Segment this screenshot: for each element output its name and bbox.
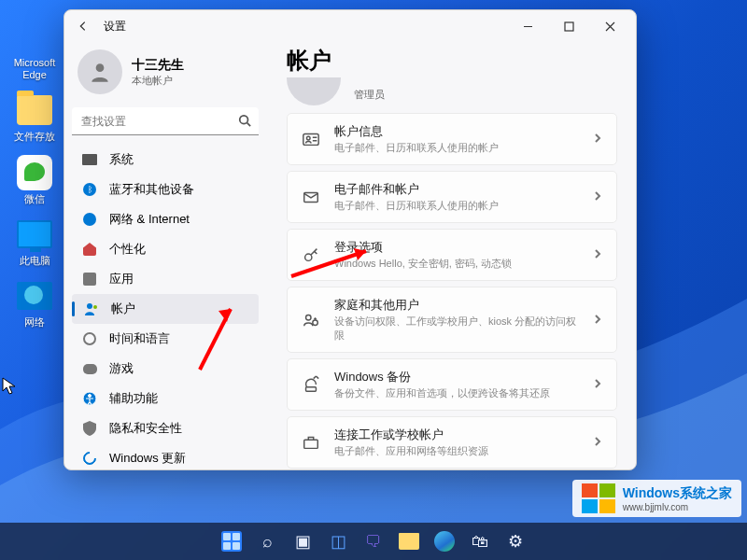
window-title: 设置 <box>104 19 126 35</box>
folder-icon <box>17 95 52 125</box>
svg-point-3 <box>87 303 92 309</box>
card-subtitle: 备份文件、应用和首选项，以便跨设备将其还原 <box>334 386 579 400</box>
content-pane: 帐户 管理员 帐户信息电子邮件、日历和联系人使用的帐户 电子邮件和帐户电子邮件、… <box>266 42 636 469</box>
mail-icon <box>301 187 321 207</box>
chevron-right-icon <box>592 189 603 205</box>
taskbar-store[interactable]: 🛍 <box>464 525 496 557</box>
card-title: 登录选项 <box>334 239 579 256</box>
monitor-icon <box>17 220 52 248</box>
desktop-icon-wechat[interactable]: 微信 <box>9 155 60 205</box>
taskbar-taskview[interactable]: ▣ <box>287 525 318 557</box>
store-icon: 🛍 <box>472 532 488 552</box>
apps-icon <box>83 273 96 286</box>
avatar-icon <box>78 49 122 94</box>
card-family-users[interactable]: 家庭和其他用户设备访问权限、工作或学校用户、kiosk 分配的访问权限 <box>287 287 617 353</box>
wifi-icon <box>83 213 96 226</box>
nav-list: 系统 ᛒ蓝牙和其他设备 网络 & Internet 个性化 应用 帐户 时间和语… <box>72 145 259 469</box>
desktop-icon-label: Microsoft Edge <box>9 57 60 81</box>
card-windows-backup[interactable]: Windows 备份备份文件、应用和首选项，以便跨设备将其还原 <box>287 358 617 411</box>
nav-apps[interactable]: 应用 <box>72 264 259 294</box>
desktop-icon-this-pc[interactable]: 此电脑 <box>9 217 60 267</box>
card-title: 连接工作或学校帐户 <box>334 427 579 443</box>
svg-point-1 <box>96 63 105 72</box>
nav-time-language[interactable]: 时间和语言 <box>72 324 259 354</box>
gear-icon: ⚙ <box>508 531 523 552</box>
shield-icon <box>81 420 98 437</box>
card-account-info[interactable]: 帐户信息电子邮件、日历和联系人使用的帐户 <box>287 113 617 165</box>
svg-point-6 <box>89 395 92 398</box>
accessibility-icon <box>81 390 98 407</box>
nav-label: 辅助功能 <box>109 390 158 407</box>
card-work-school[interactable]: 连接工作或学校帐户电子邮件、应用和网络等组织资源 <box>287 416 617 469</box>
desktop-icon-label: 文件存放 <box>9 131 60 143</box>
nav-label: 系统 <box>109 151 134 168</box>
maximize-button[interactable] <box>548 12 589 40</box>
nav-windows-update[interactable]: Windows 更新 <box>72 443 259 469</box>
search-icon <box>238 114 251 131</box>
key-icon <box>301 245 321 265</box>
nav-label: 应用 <box>109 271 134 287</box>
svg-point-10 <box>305 254 312 260</box>
svg-point-8 <box>306 136 310 140</box>
desktop-icons-column: Microsoft Edge 文件存放 微信 此电脑 网络 <box>9 19 65 340</box>
user-role: 管理员 <box>354 88 385 105</box>
desktop-icon-network[interactable]: 网络 <box>9 278 60 329</box>
people-icon <box>301 310 321 330</box>
start-button[interactable] <box>216 525 247 557</box>
nav-network[interactable]: 网络 & Internet <box>72 204 259 234</box>
nav-accessibility[interactable]: 辅助功能 <box>72 384 259 413</box>
wechat-icon <box>17 155 52 190</box>
card-subtitle: Windows Hello, 安全密钥, 密码, 动态锁 <box>334 257 579 271</box>
nav-personalization[interactable]: 个性化 <box>72 234 259 264</box>
nav-label: 个性化 <box>109 241 146 258</box>
nav-system[interactable]: 系统 <box>72 145 259 175</box>
card-title: Windows 备份 <box>334 369 579 385</box>
svg-rect-7 <box>303 134 318 146</box>
clock-icon <box>83 332 96 345</box>
search-box[interactable] <box>72 107 259 135</box>
taskbar[interactable]: ⌕ ▣ ◫ 🗨 🛍 ⚙ <box>0 523 747 560</box>
page-title: 帐户 <box>287 46 617 76</box>
card-subtitle: 设备访问权限、工作或学校用户、kiosk 分配的访问权限 <box>334 315 579 343</box>
briefcase-icon <box>301 432 321 453</box>
watermark: Windows系统之家 www.bjjmlv.com <box>572 480 741 517</box>
sidebar: 十三先生 本地帐户 系统 ᛒ蓝牙和其他设备 网络 & Internet 个性化 … <box>64 42 266 469</box>
titlebar[interactable]: 设置 <box>64 10 636 42</box>
taskbar-settings[interactable]: ⚙ <box>500 525 531 557</box>
id-card-icon <box>301 129 321 149</box>
card-title: 帐户信息 <box>334 123 579 140</box>
nav-privacy[interactable]: 隐私和安全性 <box>72 413 259 443</box>
svg-point-11 <box>306 315 311 319</box>
nav-bluetooth[interactable]: ᛒ蓝牙和其他设备 <box>72 175 259 204</box>
card-subtitle: 电子邮件、日历和联系人使用的帐户 <box>334 199 579 213</box>
nav-label: 帐户 <box>111 301 135 317</box>
close-button[interactable] <box>589 12 630 40</box>
svg-point-12 <box>313 320 317 325</box>
nav-label: 隐私和安全性 <box>109 420 182 437</box>
taskview-icon: ▣ <box>295 531 311 552</box>
card-sign-in-options[interactable]: 登录选项Windows Hello, 安全密钥, 密码, 动态锁 <box>287 229 617 281</box>
desktop-icon-folder[interactable]: 文件存放 <box>9 92 60 143</box>
taskbar-edge[interactable] <box>429 525 460 557</box>
nav-accounts[interactable]: 帐户 <box>72 294 259 324</box>
brush-icon <box>83 243 96 256</box>
card-email-accounts[interactable]: 电子邮件和帐户电子邮件、日历和联系人使用的帐户 <box>287 171 617 223</box>
search-input[interactable] <box>72 107 259 135</box>
bluetooth-icon: ᛒ <box>83 183 96 196</box>
user-type: 本地帐户 <box>132 74 184 88</box>
taskbar-widgets[interactable]: ◫ <box>322 525 354 557</box>
taskbar-search[interactable]: ⌕ <box>251 525 283 557</box>
large-avatar-icon <box>287 77 341 105</box>
minimize-button[interactable] <box>507 12 548 40</box>
back-button[interactable] <box>70 13 96 39</box>
desktop-icon-edge[interactable]: Microsoft Edge <box>9 19 60 81</box>
taskbar-explorer[interactable] <box>393 525 425 557</box>
svg-rect-13 <box>306 387 317 392</box>
nav-label: Windows 更新 <box>109 450 186 467</box>
card-title: 家庭和其他用户 <box>334 297 579 314</box>
gamepad-icon <box>83 364 97 374</box>
nav-gaming[interactable]: 游戏 <box>72 354 259 384</box>
taskbar-chat[interactable]: 🗨 <box>358 525 389 557</box>
user-card[interactable]: 十三先生 本地帐户 <box>72 44 259 107</box>
desktop-icon-label: 网络 <box>9 316 60 329</box>
